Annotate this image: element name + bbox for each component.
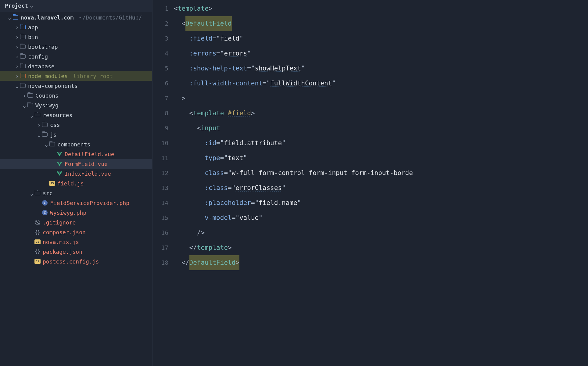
tree-item-config[interactable]: › config <box>0 52 152 61</box>
tree-item-src[interactable]: ⌄ src <box>0 188 152 198</box>
line-number: 17 <box>152 240 174 255</box>
root-path: ~/Documents/GitHub/ <box>79 14 142 21</box>
line-number: 2 <box>152 16 174 31</box>
tree-item-wysiwyg[interactable]: ⌄ Wysiwyg <box>0 100 152 110</box>
tree-item-components[interactable]: ⌄ components <box>0 139 152 149</box>
folder-icon <box>41 123 48 127</box>
expand-toggle[interactable]: › <box>15 44 20 50</box>
code-line[interactable]: :full-width-content="fullWidthContent" <box>174 76 588 91</box>
line-number: 1 <box>152 1 174 16</box>
tree-item-nova-components[interactable]: ⌄ nova-components <box>0 81 152 91</box>
project-pane-title: Project <box>5 2 28 9</box>
code-content[interactable]: <template> <DefaultField :field="field" … <box>174 0 588 366</box>
code-line[interactable]: :errors="errors" <box>174 46 588 61</box>
tree-item-js[interactable]: ⌄ js <box>0 130 152 139</box>
line-number: 14 <box>152 196 174 210</box>
code-line[interactable]: type="text" <box>174 151 588 166</box>
code-line[interactable]: <DefaultField <box>174 16 588 31</box>
js-icon: JS <box>34 259 41 264</box>
folder-icon <box>20 25 26 29</box>
folder-excluded-icon <box>20 74 26 78</box>
code-line[interactable]: </DefaultField> <box>174 255 588 270</box>
line-number: 11 <box>152 151 174 166</box>
js-icon: JS <box>34 239 41 244</box>
code-line[interactable]: </template> <box>174 240 588 255</box>
folder-icon <box>49 142 56 146</box>
folder-icon <box>34 191 41 195</box>
folder-icon <box>20 45 26 49</box>
expand-toggle[interactable]: ⌄ <box>29 190 34 196</box>
expand-toggle[interactable]: › <box>15 34 20 40</box>
folder-icon <box>34 113 41 117</box>
tree-item-bootstrap[interactable]: › bootstrap <box>0 42 152 52</box>
folder-icon <box>20 64 26 68</box>
line-number: 12 <box>152 166 174 181</box>
folder-icon <box>20 54 26 59</box>
tree-item-database[interactable]: › database <box>0 61 152 71</box>
code-line[interactable]: <input <box>174 121 588 136</box>
tree-item-field-service-provider[interactable]: C FieldServiceProvider.php <box>0 198 152 208</box>
code-line[interactable]: :field="field" <box>174 31 588 46</box>
folder-icon <box>27 93 34 98</box>
code-line[interactable]: <template> <box>174 1 588 16</box>
expand-toggle[interactable]: › <box>15 63 20 70</box>
tree-item-composer-json[interactable]: {} composer.json <box>0 227 152 237</box>
tree-root[interactable]: ⌄ nova.laravel.com ~/Documents/GitHub/ <box>0 13 152 22</box>
line-number: 13 <box>152 181 174 196</box>
expand-toggle[interactable]: › <box>22 92 27 99</box>
tree-item-nova-mix-js[interactable]: JS nova.mix.js <box>0 237 152 247</box>
project-sidebar: Project ⌄ ⌄ nova.laravel.com ~/Documents… <box>0 0 152 366</box>
line-number: 7 <box>152 91 174 106</box>
code-line[interactable]: v-model="value" <box>174 210 588 225</box>
tree-item-bin[interactable]: › bin <box>0 32 152 42</box>
line-number: 5 <box>152 61 174 76</box>
expand-toggle[interactable]: ⌄ <box>15 83 20 89</box>
code-line[interactable]: > <box>174 91 588 106</box>
tree-item-postcss-config-js[interactable]: JS postcss.config.js <box>0 257 152 266</box>
code-line[interactable]: :class="errorClasses" <box>174 181 588 196</box>
expand-toggle[interactable]: ⌄ <box>7 14 12 21</box>
line-number: 6 <box>152 76 174 91</box>
folder-icon <box>12 15 19 20</box>
code-line[interactable]: <template #field> <box>174 106 588 121</box>
js-icon: JS <box>49 181 56 186</box>
line-number: 16 <box>152 225 174 240</box>
expand-toggle[interactable]: ⌄ <box>37 131 41 138</box>
expand-toggle[interactable]: ⌄ <box>44 141 49 148</box>
code-line[interactable]: class="w-full form-control form-input fo… <box>174 166 588 181</box>
tree-item-detail-field[interactable]: DetailField.vue <box>0 149 152 159</box>
folder-icon <box>27 103 34 107</box>
expand-toggle[interactable]: ⌄ <box>29 112 34 118</box>
tree-item-package-json[interactable]: {} package.json <box>0 247 152 257</box>
line-number: 4 <box>152 46 174 61</box>
json-icon: {} <box>34 249 41 254</box>
line-number: 9 <box>152 121 174 136</box>
tree-item-field-js[interactable]: JS field.js <box>0 178 152 188</box>
vue-icon <box>56 162 63 166</box>
tree-item-wysiwyg-php[interactable]: C Wysiwyg.php <box>0 208 152 217</box>
code-editor[interactable]: 1 2 3 4 5 6 7 8 9 10 11 12 13 14 15 16 1… <box>152 0 588 366</box>
tree-item-form-field[interactable]: FormField.vue <box>0 159 152 169</box>
chevron-down-icon: ⌄ <box>30 2 33 9</box>
folder-icon <box>20 84 26 88</box>
project-pane-header[interactable]: Project ⌄ <box>0 0 152 12</box>
tree-item-coupons[interactable]: › Coupons <box>0 91 152 100</box>
tree-item-gitignore[interactable]: .gitignore <box>0 217 152 227</box>
tree-item-node-modules[interactable]: › node_modules library root <box>0 71 152 81</box>
tree-item-css[interactable]: › css <box>0 120 152 130</box>
project-tree: ⌄ nova.laravel.com ~/Documents/GitHub/ ›… <box>0 12 152 266</box>
php-class-icon: C <box>41 200 48 206</box>
expand-toggle[interactable]: › <box>15 53 20 60</box>
code-line[interactable]: :id="field.attribute" <box>174 136 588 151</box>
tree-item-app[interactable]: › app <box>0 22 152 32</box>
expand-toggle[interactable]: › <box>15 24 20 30</box>
code-line[interactable]: /> <box>174 225 588 240</box>
code-line[interactable]: :placeholder="field.name" <box>174 196 588 210</box>
expand-toggle[interactable]: ⌄ <box>22 102 27 109</box>
expand-toggle[interactable]: › <box>15 73 20 79</box>
tree-item-resources[interactable]: ⌄ resources <box>0 110 152 120</box>
line-number: 8 <box>152 106 174 121</box>
expand-toggle[interactable]: › <box>37 122 41 128</box>
tree-item-index-field[interactable]: IndexField.vue <box>0 169 152 178</box>
code-line[interactable]: :show-help-text="showHelpText" <box>174 61 588 76</box>
